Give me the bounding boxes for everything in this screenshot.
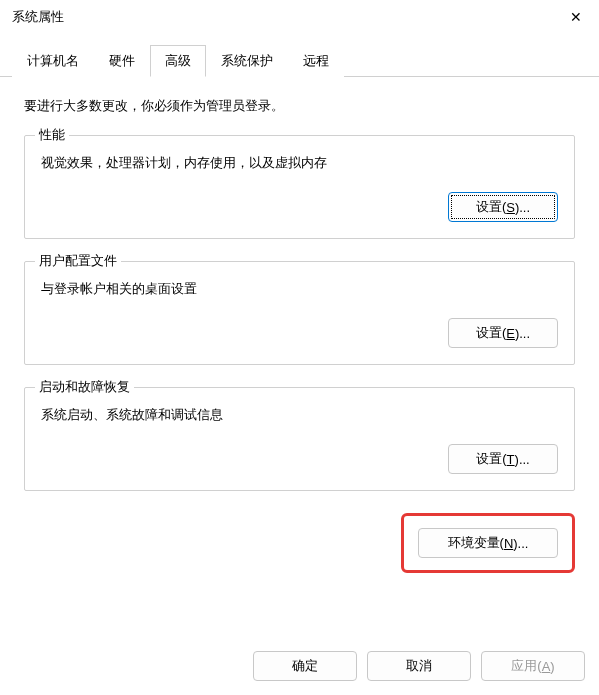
env-vars-row: 环境变量(N)... bbox=[24, 513, 575, 573]
environment-variables-button[interactable]: 环境变量(N)... bbox=[418, 528, 558, 558]
apply-button[interactable]: 应用(A) bbox=[481, 651, 585, 681]
window-title: 系统属性 bbox=[12, 8, 64, 26]
performance-settings-button[interactable]: 设置(S)... bbox=[448, 192, 558, 222]
performance-legend: 性能 bbox=[35, 126, 69, 144]
tab-computer-name[interactable]: 计算机名 bbox=[12, 45, 94, 77]
close-icon: ✕ bbox=[570, 9, 582, 25]
startup-recovery-settings-button[interactable]: 设置(T)... bbox=[448, 444, 558, 474]
user-profiles-group: 用户配置文件 与登录帐户相关的桌面设置 设置(E)... bbox=[24, 261, 575, 365]
performance-group: 性能 视觉效果，处理器计划，内存使用，以及虚拟内存 设置(S)... bbox=[24, 135, 575, 239]
ok-button[interactable]: 确定 bbox=[253, 651, 357, 681]
user-profiles-legend: 用户配置文件 bbox=[35, 252, 121, 270]
tab-advanced[interactable]: 高级 bbox=[150, 45, 206, 77]
highlight-annotation: 环境变量(N)... bbox=[401, 513, 575, 573]
intro-text: 要进行大多数更改，你必须作为管理员登录。 bbox=[24, 97, 575, 115]
startup-recovery-group: 启动和故障恢复 系统启动、系统故障和调试信息 设置(T)... bbox=[24, 387, 575, 491]
tab-content: 要进行大多数更改，你必须作为管理员登录。 性能 视觉效果，处理器计划，内存使用，… bbox=[0, 77, 599, 603]
tab-system-protection[interactable]: 系统保护 bbox=[206, 45, 288, 77]
user-profiles-desc: 与登录帐户相关的桌面设置 bbox=[41, 280, 558, 298]
startup-recovery-legend: 启动和故障恢复 bbox=[35, 378, 134, 396]
tab-hardware[interactable]: 硬件 bbox=[94, 45, 150, 77]
cancel-button[interactable]: 取消 bbox=[367, 651, 471, 681]
titlebar: 系统属性 ✕ bbox=[0, 0, 599, 34]
close-button[interactable]: ✕ bbox=[553, 1, 599, 33]
performance-desc: 视觉效果，处理器计划，内存使用，以及虚拟内存 bbox=[41, 154, 558, 172]
tab-remote[interactable]: 远程 bbox=[288, 45, 344, 77]
dialog-action-bar: 确定 取消 应用(A) bbox=[253, 651, 585, 681]
startup-recovery-desc: 系统启动、系统故障和调试信息 bbox=[41, 406, 558, 424]
user-profiles-settings-button[interactable]: 设置(E)... bbox=[448, 318, 558, 348]
tab-bar: 计算机名 硬件 高级 系统保护 远程 bbox=[0, 44, 599, 77]
